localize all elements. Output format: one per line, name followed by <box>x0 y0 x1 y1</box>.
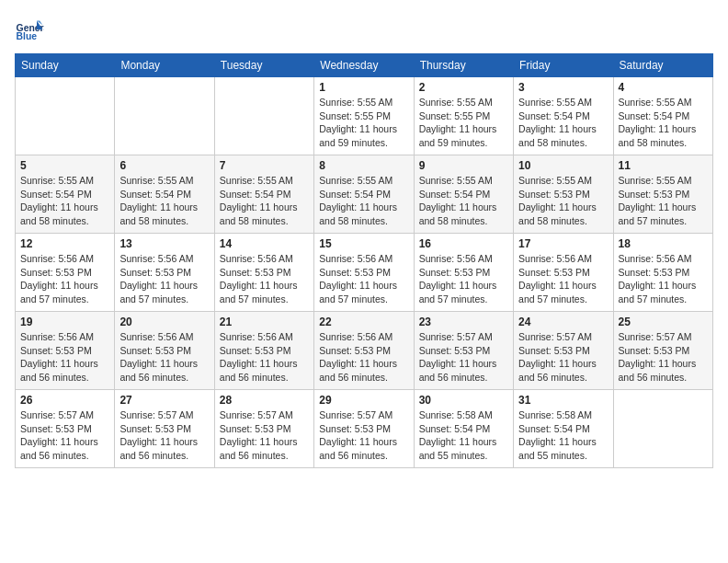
cell-sunrise: Sunrise: 5:55 AM <box>20 175 94 186</box>
cell-daylight: Daylight: 11 hours and 56 minutes. <box>220 358 298 383</box>
cell-date: 13 <box>119 237 209 250</box>
calendar-cell: 11Sunrise: 5:55 AMSunset: 5:53 PMDayligh… <box>613 155 712 234</box>
cell-sunrise: Sunrise: 5:56 AM <box>119 331 193 342</box>
cell-date: 29 <box>319 394 408 407</box>
calendar-cell: 3Sunrise: 5:55 AMSunset: 5:54 PMDaylight… <box>514 77 613 155</box>
cell-sunset: Sunset: 5:54 PM <box>220 189 291 200</box>
cell-sunrise: Sunrise: 5:55 AM <box>619 175 692 186</box>
week-row-5: 26Sunrise: 5:57 AMSunset: 5:53 PMDayligh… <box>16 390 713 468</box>
cell-sunrise: Sunrise: 5:56 AM <box>220 331 293 342</box>
cell-detail: Sunrise: 5:57 AMSunset: 5:53 PMDaylight:… <box>518 330 608 385</box>
cell-detail: Sunrise: 5:58 AMSunset: 5:54 PMDaylight:… <box>518 408 608 463</box>
cell-sunset: Sunset: 5:53 PM <box>319 423 391 434</box>
cell-detail: Sunrise: 5:56 AMSunset: 5:53 PMDaylight:… <box>419 252 508 306</box>
calendar-cell <box>214 77 313 155</box>
cell-sunrise: Sunrise: 5:56 AM <box>119 253 193 264</box>
calendar-cell: 9Sunrise: 5:55 AMSunset: 5:54 PMDaylight… <box>414 155 513 234</box>
cell-daylight: Daylight: 11 hours and 55 minutes. <box>419 436 497 461</box>
cell-sunrise: Sunrise: 5:56 AM <box>20 253 94 264</box>
cell-date: 22 <box>319 316 408 328</box>
cell-sunset: Sunset: 5:54 PM <box>20 189 92 200</box>
cell-date: 19 <box>20 316 109 328</box>
cell-sunrise: Sunrise: 5:57 AM <box>119 409 193 420</box>
calendar-cell: 19Sunrise: 5:56 AMSunset: 5:53 PMDayligh… <box>16 312 115 390</box>
weekday-header-thursday: Thursday <box>414 54 513 77</box>
weekday-header-monday: Monday <box>115 54 214 77</box>
cell-daylight: Daylight: 11 hours and 59 minutes. <box>319 123 397 148</box>
cell-daylight: Daylight: 11 hours and 56 minutes. <box>20 358 98 383</box>
cell-sunrise: Sunrise: 5:57 AM <box>220 409 293 420</box>
cell-daylight: Daylight: 11 hours and 58 minutes. <box>619 123 697 148</box>
cell-sunset: Sunset: 5:53 PM <box>319 267 391 278</box>
cell-daylight: Daylight: 11 hours and 59 minutes. <box>419 123 497 148</box>
calendar-cell: 31Sunrise: 5:58 AMSunset: 5:54 PMDayligh… <box>514 390 613 468</box>
cell-daylight: Daylight: 11 hours and 58 minutes. <box>518 201 597 226</box>
cell-sunrise: Sunrise: 5:57 AM <box>619 331 692 342</box>
calendar-cell: 14Sunrise: 5:56 AMSunset: 5:53 PMDayligh… <box>214 234 313 312</box>
cell-sunset: Sunset: 5:53 PM <box>518 189 590 200</box>
cell-daylight: Daylight: 11 hours and 56 minutes. <box>419 358 497 383</box>
cell-sunset: Sunset: 5:55 PM <box>319 110 391 121</box>
logo-icon: General Blue <box>15 15 44 44</box>
calendar-cell <box>16 77 115 155</box>
cell-date: 17 <box>518 237 608 250</box>
cell-detail: Sunrise: 5:57 AMSunset: 5:53 PMDaylight:… <box>619 330 708 385</box>
calendar-cell: 22Sunrise: 5:56 AMSunset: 5:53 PMDayligh… <box>314 312 414 390</box>
calendar-cell: 29Sunrise: 5:57 AMSunset: 5:53 PMDayligh… <box>314 390 414 468</box>
cell-date: 8 <box>319 159 408 172</box>
cell-detail: Sunrise: 5:57 AMSunset: 5:53 PMDaylight:… <box>119 408 209 463</box>
cell-daylight: Daylight: 11 hours and 56 minutes. <box>119 358 198 383</box>
cell-sunrise: Sunrise: 5:55 AM <box>518 175 592 186</box>
cell-date: 1 <box>319 81 408 94</box>
cell-sunset: Sunset: 5:54 PM <box>419 189 491 200</box>
calendar-cell: 12Sunrise: 5:56 AMSunset: 5:53 PMDayligh… <box>16 234 115 312</box>
cell-sunset: Sunset: 5:54 PM <box>319 189 391 200</box>
cell-sunrise: Sunrise: 5:55 AM <box>518 97 592 108</box>
cell-sunrise: Sunrise: 5:58 AM <box>419 409 493 420</box>
calendar-cell: 25Sunrise: 5:57 AMSunset: 5:53 PMDayligh… <box>613 312 712 390</box>
cell-date: 14 <box>220 237 309 250</box>
cell-sunset: Sunset: 5:53 PM <box>20 267 92 278</box>
cell-date: 7 <box>220 159 309 172</box>
cell-sunset: Sunset: 5:53 PM <box>619 345 690 356</box>
cell-date: 26 <box>20 394 109 407</box>
calendar-cell: 1Sunrise: 5:55 AMSunset: 5:55 PMDaylight… <box>314 77 414 155</box>
cell-date: 5 <box>20 159 109 172</box>
calendar-cell: 4Sunrise: 5:55 AMSunset: 5:54 PMDaylight… <box>613 77 712 155</box>
cell-daylight: Daylight: 11 hours and 56 minutes. <box>220 436 298 461</box>
cell-daylight: Daylight: 11 hours and 58 minutes. <box>319 201 397 226</box>
cell-detail: Sunrise: 5:56 AMSunset: 5:53 PMDaylight:… <box>518 252 608 306</box>
calendar-cell: 21Sunrise: 5:56 AMSunset: 5:53 PMDayligh… <box>214 312 313 390</box>
cell-sunset: Sunset: 5:53 PM <box>119 423 191 434</box>
page-header: General Blue <box>15 15 713 44</box>
week-row-1: 1Sunrise: 5:55 AMSunset: 5:55 PMDaylight… <box>16 77 713 155</box>
cell-sunrise: Sunrise: 5:57 AM <box>20 409 94 420</box>
cell-date: 16 <box>419 237 508 250</box>
cell-sunrise: Sunrise: 5:55 AM <box>220 175 293 186</box>
week-row-4: 19Sunrise: 5:56 AMSunset: 5:53 PMDayligh… <box>16 312 713 390</box>
cell-daylight: Daylight: 11 hours and 56 minutes. <box>319 358 397 383</box>
cell-sunrise: Sunrise: 5:57 AM <box>419 331 493 342</box>
weekday-header-sunday: Sunday <box>16 54 115 77</box>
cell-sunrise: Sunrise: 5:56 AM <box>319 331 392 342</box>
cell-sunrise: Sunrise: 5:58 AM <box>518 409 592 420</box>
calendar-cell: 24Sunrise: 5:57 AMSunset: 5:53 PMDayligh… <box>514 312 613 390</box>
cell-date: 21 <box>220 316 309 328</box>
cell-date: 2 <box>419 81 508 94</box>
cell-sunset: Sunset: 5:54 PM <box>619 110 690 121</box>
cell-detail: Sunrise: 5:55 AMSunset: 5:54 PMDaylight:… <box>619 96 708 150</box>
cell-detail: Sunrise: 5:56 AMSunset: 5:53 PMDaylight:… <box>319 252 408 306</box>
cell-date: 25 <box>619 316 708 328</box>
cell-daylight: Daylight: 11 hours and 57 minutes. <box>319 280 397 304</box>
calendar-table: SundayMondayTuesdayWednesdayThursdayFrid… <box>15 53 713 468</box>
cell-detail: Sunrise: 5:57 AMSunset: 5:53 PMDaylight:… <box>419 330 508 385</box>
cell-sunset: Sunset: 5:53 PM <box>619 189 690 200</box>
cell-detail: Sunrise: 5:55 AMSunset: 5:53 PMDaylight:… <box>518 174 608 228</box>
cell-sunrise: Sunrise: 5:56 AM <box>319 253 392 264</box>
cell-daylight: Daylight: 11 hours and 57 minutes. <box>419 280 497 304</box>
cell-sunrise: Sunrise: 5:55 AM <box>319 175 392 186</box>
calendar-cell: 7Sunrise: 5:55 AMSunset: 5:54 PMDaylight… <box>214 155 313 234</box>
cell-date: 3 <box>518 81 608 94</box>
cell-date: 4 <box>619 81 708 94</box>
calendar-cell: 2Sunrise: 5:55 AMSunset: 5:55 PMDaylight… <box>414 77 513 155</box>
